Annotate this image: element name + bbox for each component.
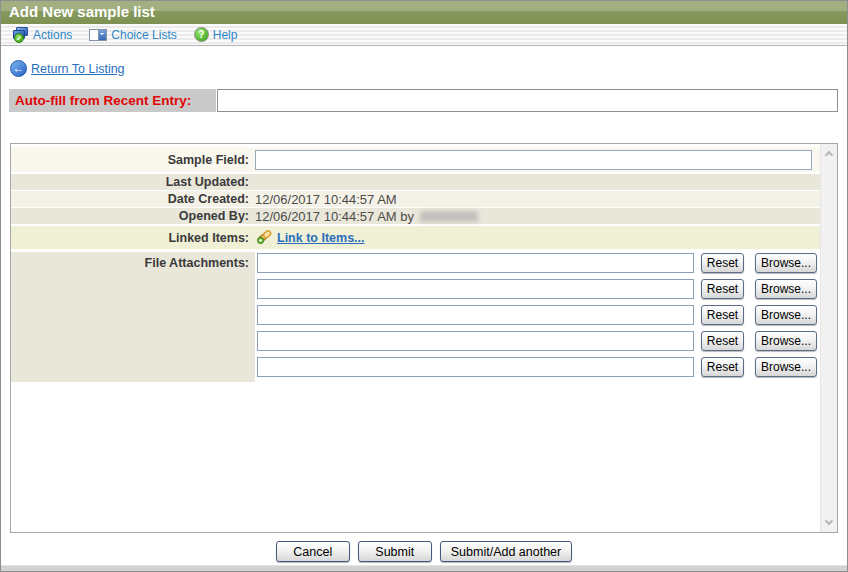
help-button[interactable]: ? Help: [194, 27, 238, 42]
choice-lists-label: Choice Lists: [111, 28, 176, 42]
browse-button-4[interactable]: Browse...: [755, 331, 817, 351]
submit-button[interactable]: Submit: [358, 541, 432, 562]
file-attachment-row: Reset Browse...: [257, 305, 817, 325]
reset-button-4[interactable]: Reset: [701, 331, 744, 351]
file-attachment-row: Reset Browse...: [257, 331, 817, 351]
autofill-input[interactable]: [217, 89, 838, 112]
scroll-down-icon[interactable]: [825, 517, 833, 525]
browse-button-2[interactable]: Browse...: [755, 279, 817, 299]
redacted-username: [420, 211, 478, 222]
file-attachment-input-3[interactable]: [257, 305, 694, 325]
form-scroll-area: Sample Field: Last Updated: Date Created…: [11, 144, 820, 532]
choice-lists-button[interactable]: Choice Lists: [89, 28, 176, 42]
linked-items-label: Linked Items:: [11, 231, 255, 245]
file-attachment-input-4[interactable]: [257, 331, 694, 351]
vertical-scrollbar[interactable]: [820, 144, 837, 532]
footer-button-bar: Cancel Submit Submit/Add another: [1, 541, 847, 562]
link-to-items-link[interactable]: Link to Items...: [277, 231, 365, 245]
reset-button-3[interactable]: Reset: [701, 305, 744, 325]
link-to-items-icon: [257, 228, 273, 248]
reset-button-1[interactable]: Reset: [701, 253, 744, 273]
cancel-button[interactable]: Cancel: [276, 541, 350, 562]
browse-button-1[interactable]: Browse...: [755, 253, 817, 273]
file-attachment-row: Reset Browse...: [257, 357, 817, 377]
sample-field-row: Sample Field:: [11, 147, 820, 172]
help-icon: ?: [194, 27, 209, 42]
sample-field-input[interactable]: [255, 150, 812, 170]
return-to-listing-link[interactable]: ← Return To Listing: [10, 60, 125, 77]
file-attachment-row: Reset Browse...: [257, 279, 817, 299]
file-attachments-list: Reset Browse... Reset Browse... Reset Br…: [255, 252, 817, 377]
back-arrow-icon: ←: [10, 60, 27, 77]
date-created-row: Date Created: 12/06/2017 10:44:57 AM: [11, 191, 820, 207]
submit-add-another-button[interactable]: Submit/Add another: [440, 541, 573, 562]
browse-button-5[interactable]: Browse...: [755, 357, 817, 377]
date-created-label: Date Created:: [11, 192, 255, 206]
scroll-up-icon[interactable]: [825, 151, 833, 159]
last-updated-row: Last Updated:: [11, 174, 820, 190]
sample-field-label: Sample Field:: [11, 153, 255, 167]
reset-button-5[interactable]: Reset: [701, 357, 744, 377]
file-attachment-input-2[interactable]: [257, 279, 694, 299]
window-bottom-strip: [1, 565, 847, 571]
add-new-sample-list-window: Add New sample list ✓ Actions Choice Lis…: [0, 0, 848, 572]
file-attachment-row: Reset Browse...: [257, 253, 817, 273]
toolbar: ✓ Actions Choice Lists ? Help: [1, 24, 847, 46]
opened-by-value: 12/06/2017 10:44:57 AM by: [255, 209, 414, 224]
file-attachment-input-5[interactable]: [257, 357, 694, 377]
file-attachment-input-1[interactable]: [257, 253, 694, 273]
choice-lists-icon: [89, 29, 107, 41]
actions-menu-button[interactable]: ✓ Actions: [12, 27, 72, 43]
page-title: Add New sample list: [1, 1, 847, 24]
linked-items-row: Linked Items: Link to Items...: [11, 226, 820, 249]
actions-label: Actions: [33, 28, 72, 42]
return-to-listing-label: Return To Listing: [31, 62, 125, 76]
file-attachments-row: File Attachments: Reset Browse... Reset …: [11, 252, 820, 382]
browse-button-3[interactable]: Browse...: [755, 305, 817, 325]
form-panel: Sample Field: Last Updated: Date Created…: [10, 143, 838, 533]
opened-by-label: Opened By:: [11, 209, 255, 223]
help-label: Help: [213, 28, 238, 42]
opened-by-row: Opened By: 12/06/2017 10:44:57 AM by: [11, 208, 820, 224]
last-updated-label: Last Updated:: [11, 175, 255, 189]
reset-button-2[interactable]: Reset: [701, 279, 744, 299]
date-created-value: 12/06/2017 10:44:57 AM: [255, 192, 397, 207]
actions-icon: ✓: [12, 27, 29, 43]
file-attachments-label: File Attachments:: [11, 252, 255, 382]
autofill-label: Auto-fill from Recent Entry:: [9, 89, 216, 112]
